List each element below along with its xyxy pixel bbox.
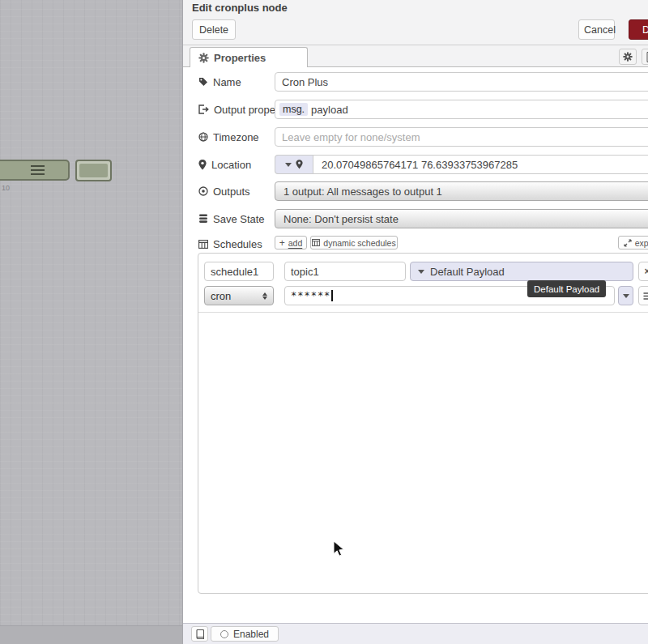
done-button[interactable]: Done	[629, 19, 648, 40]
delete-button[interactable]: Delete	[192, 19, 236, 40]
map-marker-icon	[296, 160, 303, 169]
save-state-label: Save State	[198, 209, 265, 228]
close-icon: ×	[644, 266, 648, 277]
schedules-label: Schedules	[198, 234, 262, 254]
output-property-label: Output property	[198, 100, 287, 119]
location-type-select[interactable]	[275, 155, 313, 174]
schedule-type-value: cron	[211, 290, 231, 302]
workspace-partial-label: 10	[2, 184, 10, 192]
flow-node-partial[interactable]	[0, 160, 70, 181]
table-icon	[312, 239, 320, 246]
cron-expression-value: ******	[291, 290, 330, 301]
name-input[interactable]	[275, 72, 648, 92]
output-property-value: payload	[311, 104, 348, 116]
save-state-selected-option: None: Don't persist state	[284, 213, 399, 225]
payload-tooltip: Default Payload	[527, 280, 606, 297]
location-value: 20.07049865764171 76.63933753967285	[322, 159, 518, 171]
schedule-type-select[interactable]: cron	[204, 286, 274, 305]
hamburger-icon	[31, 165, 45, 177]
chevron-down-icon	[285, 163, 292, 167]
expand-icon	[624, 239, 632, 247]
save-state-select[interactable]: None: Don't persist state	[275, 209, 648, 228]
gear-icon	[623, 52, 633, 62]
workspace-bottom-strip	[0, 625, 182, 644]
tab-properties-label: Properties	[214, 52, 266, 64]
timezone-label: Timezone	[198, 127, 259, 147]
table-icon	[198, 240, 208, 249]
flow-node-button[interactable]	[75, 160, 112, 181]
tab-bar: Properties	[183, 45, 648, 67]
schedule-list-container: Default Payload × cron ******	[198, 253, 648, 594]
output-property-input[interactable]: msg. payload	[275, 100, 648, 119]
select-arrows-icon	[262, 292, 267, 300]
timezone-input[interactable]	[275, 127, 648, 147]
edit-tray: Edit cronplus node Delete Cancel Done Pr…	[182, 0, 648, 644]
text-cursor	[331, 290, 333, 301]
globe-icon	[198, 132, 208, 142]
add-schedule-button[interactable]: + add	[275, 236, 307, 249]
workspace-overlay: 10	[0, 0, 182, 644]
divider	[198, 312, 648, 313]
map-marker-icon	[198, 160, 207, 170]
sign-out-icon	[198, 104, 209, 114]
expand-schedules-button[interactable]: expand	[618, 236, 648, 249]
msg-prefix-chip[interactable]: msg.	[279, 103, 308, 116]
remove-schedule-button[interactable]: ×	[638, 262, 648, 281]
dialog-title: Edit cronplus node	[192, 2, 288, 14]
tray-header: Edit cronplus node Delete Cancel Done	[183, 0, 648, 45]
schedule-name-input[interactable]	[204, 262, 274, 281]
name-label: Name	[198, 72, 241, 92]
outputs-selected-option: 1 output: All messages to output 1	[284, 186, 442, 198]
dot-circle-icon	[198, 186, 208, 196]
dynamic-schedules-button[interactable]: dynamic schedules	[310, 236, 398, 249]
database-icon	[198, 214, 208, 224]
outputs-select[interactable]: 1 output: All messages to output 1	[275, 181, 648, 201]
location-label: Location	[198, 155, 251, 174]
plus-icon: +	[279, 238, 285, 248]
payload-typed-input[interactable]: Default Payload	[410, 262, 633, 281]
hamburger-icon	[643, 292, 648, 300]
cancel-button[interactable]: Cancel	[578, 19, 615, 40]
schedule-menu-button[interactable]	[638, 286, 648, 305]
node-enabled-toggle[interactable]: Enabled	[211, 626, 279, 642]
payload-type-label: Default Payload	[430, 266, 505, 278]
tag-icon	[198, 77, 208, 87]
gear-icon	[198, 53, 209, 63]
node-help-button[interactable]	[642, 49, 648, 65]
book-icon	[195, 629, 204, 639]
tab-properties[interactable]: Properties	[190, 47, 308, 67]
location-input[interactable]: 20.07049865764171 76.63933753967285	[275, 155, 648, 174]
show-help-button[interactable]	[191, 626, 208, 642]
expression-type-button[interactable]	[618, 286, 633, 305]
tray-footer: Enabled	[183, 623, 648, 644]
node-settings-button[interactable]	[619, 49, 637, 65]
outputs-label: Outputs	[198, 181, 250, 201]
chevron-down-icon	[623, 294, 629, 298]
enabled-label: Enabled	[233, 629, 269, 640]
circle-icon	[220, 630, 228, 638]
chevron-down-icon	[418, 270, 424, 274]
schedule-topic-input[interactable]	[284, 262, 406, 281]
